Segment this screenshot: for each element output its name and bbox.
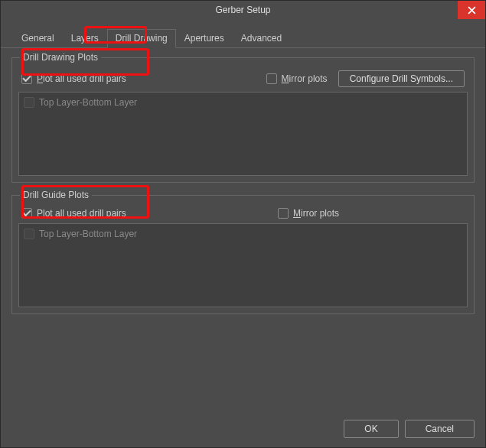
mirror-label: Mirror plots bbox=[282, 73, 328, 84]
tab-bar: General Layers Drill Drawing Apertures A… bbox=[1, 19, 485, 48]
checkbox-icon bbox=[266, 73, 277, 84]
drill-drawing-pairs-list[interactable]: Top Layer-Bottom Layer bbox=[18, 92, 468, 176]
group-drill-drawing-plots: Drill Drawing Plots Plot all used drill … bbox=[11, 57, 475, 183]
checkbox-icon bbox=[21, 208, 32, 219]
list-item-label: Top Layer-Bottom Layer bbox=[39, 229, 137, 239]
checkbox-icon bbox=[278, 208, 289, 219]
close-button[interactable] bbox=[458, 1, 485, 19]
group1-top-row: Plot all used drill pairs Mirror plots C… bbox=[18, 70, 468, 92]
group-drill-guide-plots: Drill Guide Plots Plot all used drill pa… bbox=[11, 195, 475, 314]
checkbox-icon bbox=[24, 97, 34, 108]
plot-all-label: Plot all used drill pairs bbox=[37, 73, 126, 84]
cancel-button[interactable]: Cancel bbox=[405, 420, 475, 438]
plot-all-label: Plot all used drill pairs bbox=[37, 208, 126, 219]
mirror-plots-check[interactable]: Mirror plots bbox=[266, 73, 328, 84]
dialog-footer: OK Cancel bbox=[344, 420, 475, 438]
ok-button[interactable]: OK bbox=[344, 420, 398, 438]
tab-drill-drawing[interactable]: Drill Drawing bbox=[107, 29, 176, 48]
tab-apertures[interactable]: Apertures bbox=[176, 29, 233, 48]
tab-content: Drill Drawing Plots Plot all used drill … bbox=[1, 48, 485, 336]
plot-all-used-pairs-check[interactable]: Plot all used drill pairs bbox=[21, 73, 126, 84]
mirror-plots-check-2[interactable]: Mirror plots bbox=[278, 208, 339, 219]
plot-all-used-pairs-check-2[interactable]: Plot all used drill pairs bbox=[21, 208, 126, 219]
configure-drill-symbols-button[interactable]: Configure Drill Symbols... bbox=[338, 70, 465, 87]
list-item[interactable]: Top Layer-Bottom Layer bbox=[24, 227, 462, 241]
group2-top-row: Plot all used drill pairs Mirror plots bbox=[18, 208, 468, 223]
tab-general[interactable]: General bbox=[13, 29, 63, 48]
tab-layers[interactable]: Layers bbox=[63, 29, 107, 48]
checkbox-icon bbox=[21, 73, 32, 84]
title-bar: Gerber Setup bbox=[1, 1, 485, 19]
close-icon bbox=[468, 6, 476, 15]
group-legend: Drill Guide Plots bbox=[20, 190, 92, 200]
mirror-label: Mirror plots bbox=[293, 208, 339, 219]
drill-guide-pairs-list[interactable]: Top Layer-Bottom Layer bbox=[18, 223, 468, 307]
list-item[interactable]: Top Layer-Bottom Layer bbox=[24, 96, 462, 109]
checkbox-icon bbox=[24, 229, 34, 239]
window-title: Gerber Setup bbox=[215, 5, 270, 15]
group-legend: Drill Drawing Plots bbox=[20, 52, 101, 63]
tab-advanced[interactable]: Advanced bbox=[233, 29, 290, 48]
list-item-label: Top Layer-Bottom Layer bbox=[39, 97, 137, 108]
dialog-window: Gerber Setup General Layers Drill Drawin… bbox=[0, 0, 486, 448]
